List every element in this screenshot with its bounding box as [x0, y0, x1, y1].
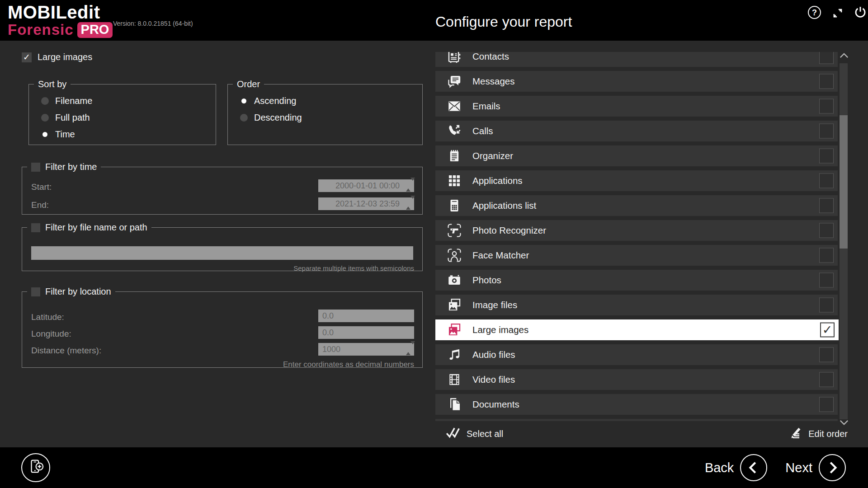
item-checkbox[interactable] [819, 149, 834, 164]
filter-name-checkbox[interactable] [31, 223, 40, 232]
item-checkbox[interactable] [819, 99, 834, 114]
list-item-audio-files[interactable]: Audio files [435, 344, 838, 365]
large-images-label: Large images [38, 52, 92, 62]
item-checkbox[interactable] [819, 397, 834, 412]
filter-name-hint: Separate multiple items with semicolons [293, 264, 414, 272]
list-item-large-images[interactable]: Large images✓ [435, 319, 839, 340]
radio-descending[interactable]: Descending [240, 112, 422, 123]
back-button[interactable] [740, 454, 767, 481]
main-area: ✓ Large images Sort by FilenameFull path… [0, 41, 868, 447]
radio-dot [41, 131, 49, 138]
help-icon[interactable]: ? [808, 6, 821, 19]
radio-filename[interactable]: Filename [41, 95, 216, 106]
list-item-label: Large images [472, 324, 528, 335]
end-date-spinner[interactable] [406, 199, 411, 207]
item-checkbox[interactable]: ✓ [820, 323, 835, 338]
list-item-applications[interactable]: Applications [435, 170, 838, 191]
item-checkbox[interactable] [819, 198, 834, 213]
filter-name-input[interactable] [31, 246, 413, 260]
select-all-button[interactable]: Select all [445, 426, 503, 442]
item-checkbox[interactable] [819, 124, 834, 139]
radio-label: Time [55, 129, 75, 140]
face-matcher-icon [446, 247, 462, 263]
filter-location-hint: Enter coordinates as decimal numbers [283, 360, 414, 369]
longitude-input[interactable] [318, 326, 414, 339]
messages-icon [446, 73, 462, 89]
item-checkbox[interactable] [819, 372, 834, 387]
video-files-icon [446, 371, 462, 388]
distance-input[interactable] [318, 343, 414, 356]
list-item-label: Organizer [472, 150, 513, 161]
chevron-right-icon [824, 460, 840, 476]
photo-recognizer-icon [446, 222, 462, 239]
radio-label: Filename [55, 96, 92, 106]
order-group: Order AscendingDescending [227, 79, 423, 145]
image-files-icon [446, 297, 462, 313]
list-item-label: Face Matcher [472, 250, 529, 261]
item-checkbox[interactable] [819, 298, 834, 313]
item-checkbox[interactable] [819, 273, 834, 288]
start-label: Start: [31, 182, 52, 192]
brand-name: MOBILedit [8, 3, 113, 22]
list-item-messages[interactable]: Messages [435, 71, 838, 92]
list-item-contacts[interactable]: Contacts [435, 52, 838, 67]
end-label: End: [31, 200, 49, 210]
item-checkbox[interactable] [819, 223, 834, 238]
list-item-emails[interactable]: Emails [435, 96, 838, 117]
distance-spinner[interactable] [406, 344, 411, 352]
list-item-image-files[interactable]: Image files [435, 295, 838, 315]
emails-icon [446, 98, 462, 114]
list-item-organizer[interactable]: Organizer [435, 145, 838, 166]
add-device-button[interactable] [21, 453, 50, 482]
next-button[interactable] [819, 454, 846, 481]
latitude-input[interactable] [318, 310, 414, 322]
list-item-calls[interactable]: Calls [435, 121, 838, 141]
applications-icon [446, 173, 462, 189]
list-item-photos[interactable]: Photos [435, 270, 838, 291]
large-images-icon [446, 322, 462, 338]
list-item-photo-recognizer[interactable]: Photo Recognizer [435, 220, 838, 241]
list-item-label: Video files [472, 374, 515, 385]
filter-time-group: Filter by time Start: End: [22, 162, 423, 215]
radio-full-path[interactable]: Full path [41, 112, 216, 123]
page-title: Configure your report [435, 14, 572, 30]
large-images-option[interactable]: ✓ Large images [22, 52, 92, 62]
start-date-spinner[interactable] [406, 181, 411, 189]
radio-dot [240, 114, 248, 122]
order-options: AscendingDescending [228, 95, 422, 123]
select-all-label: Select all [467, 429, 503, 439]
list-item-video-files[interactable]: Video files [435, 369, 838, 390]
power-icon[interactable] [854, 5, 867, 21]
add-device-icon [27, 458, 45, 478]
filter-name-legend: Filter by file name or path [45, 222, 147, 233]
documents-icon [446, 396, 462, 413]
item-checkbox[interactable] [819, 174, 834, 188]
scrollbar-thumb[interactable] [840, 115, 848, 249]
item-checkbox[interactable] [819, 74, 834, 89]
header: MOBILedit Forensic PRO Version: 8.0.0.21… [0, 0, 868, 41]
filter-location-checkbox[interactable] [31, 287, 40, 296]
list-item-label: Applications list [472, 200, 536, 211]
large-images-checkbox[interactable]: ✓ [22, 52, 32, 62]
item-checkbox[interactable] [819, 248, 834, 263]
list-item-face-matcher[interactable]: Face Matcher [435, 245, 838, 266]
report-items-list: ContactsMessagesEmailsCallsOrganizerAppl… [435, 52, 839, 421]
start-date-input[interactable] [318, 179, 414, 192]
list-item-documents[interactable]: Documents [435, 394, 838, 415]
radio-label: Full path [55, 113, 90, 123]
scrollbar-track[interactable] [840, 63, 848, 419]
wizard-nav: Back Next [705, 447, 846, 488]
end-date-input[interactable] [318, 197, 414, 210]
radio-ascending[interactable]: Ascending [240, 95, 422, 106]
item-checkbox[interactable] [819, 52, 834, 64]
detach-icon[interactable] [831, 6, 844, 22]
item-checkbox[interactable] [819, 347, 834, 362]
scroll-up-icon[interactable] [840, 52, 848, 60]
filter-time-checkbox[interactable] [31, 163, 40, 172]
edit-order-button[interactable]: Edit order [788, 426, 848, 442]
list-item-applications-list[interactable]: Applications list [435, 195, 838, 216]
radio-time[interactable]: Time [41, 129, 216, 140]
distance-label: Distance (meters): [31, 346, 101, 356]
filter-time-legend: Filter by time [45, 162, 97, 172]
longitude-label: Longitude: [31, 329, 71, 339]
